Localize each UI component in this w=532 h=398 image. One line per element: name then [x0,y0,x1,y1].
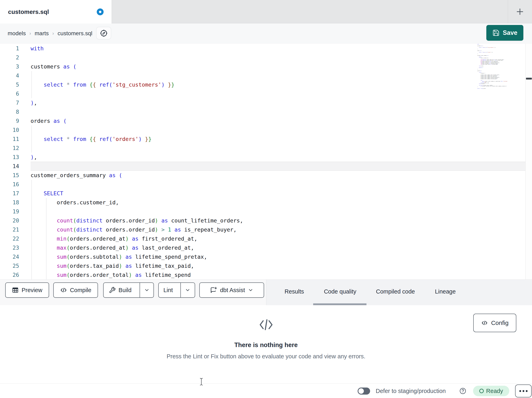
code-line-13[interactable]: 13), [0,153,525,162]
dbt-assist-button[interactable]: dbt Assist [199,282,264,298]
unsaved-changes-dot-icon [97,8,104,15]
empty-state-subtitle: Press the Lint or Fix button above to ev… [0,353,532,360]
table-icon [12,287,19,294]
lint-button-label: Lint [163,287,173,294]
code-line-17[interactable]: 17 SELECT [0,189,525,198]
help-icon[interactable] [459,387,466,395]
code-line-7[interactable]: 7), [0,98,525,107]
tab-lineage-label: Lineage [435,288,456,295]
line-number: 2 [0,53,19,62]
line-number: 8 [0,107,19,116]
code-line-10[interactable]: 10 [0,125,525,135]
defer-label: Defer to staging/production [376,384,446,398]
code-text [31,180,525,189]
code-line-3[interactable]: 3customers as ( [0,62,525,71]
code-icon [257,317,275,333]
line-number: 16 [0,180,19,189]
results-tab-bar: Results Code quality Compiled code Linea… [266,280,532,305]
status-badge-label: Ready [486,388,503,394]
code-text: orders as ( [31,116,525,125]
code-line-4[interactable]: 4 [0,71,525,80]
code-line-23[interactable]: 23 max(orders.ordered_at) as last_ordere… [0,243,525,252]
compile-button-label: Compile [70,287,91,294]
file-tab-customers-sql[interactable]: customers.sql [0,0,112,24]
compile-button[interactable]: Compile [53,282,98,298]
build-button[interactable]: Build [104,283,137,297]
action-toolbar: Preview Compile Build Lint [0,280,266,305]
code-line-2[interactable]: 2 [0,53,525,62]
scrollbar-thumb[interactable] [526,78,532,79]
empty-state: There is nothing here Press the Lint or … [0,305,532,360]
code-line-8[interactable]: 8 [0,107,525,116]
code-line-14[interactable]: 14 [0,162,525,171]
file-tab-title: customers.sql [8,8,97,15]
defer-toggle[interactable] [358,388,370,395]
code-line-9[interactable]: 9orders as ( [0,116,525,125]
code-line-18[interactable]: 18 orders.customer_id, [0,198,525,207]
line-number: 15 [0,171,19,180]
code-text: customer_orders_summary as ( [31,171,525,180]
line-number: 21 [0,225,19,234]
code-text: sum(orders.tax_paid) as lifetime_tax_pai… [31,261,525,270]
breadcrumb-separator: › [52,31,54,36]
code-text [31,53,525,62]
code-line-19[interactable]: 19 [0,207,525,216]
code-line-15[interactable]: 15customer_orders_summary as ( [0,171,525,180]
breadcrumb-separator: › [29,31,31,36]
editor[interactable]: 1with23customers as (45 select * from {{… [0,44,532,280]
tab-results[interactable]: Results [281,280,307,303]
code-text: with [31,44,525,53]
code-text: select * from {{ ref('stg_customers') }} [31,80,525,89]
line-number: 12 [0,144,19,153]
code-line-26[interactable]: 26 sum(orders.order_total) as lifetime_s… [0,270,525,280]
code-text [31,125,525,135]
floppy-icon [492,29,500,36]
tab-compiled-code-label: Compiled code [376,288,415,295]
new-tab-button[interactable] [515,7,525,17]
config-button[interactable]: Config [473,314,516,332]
build-button-label: Build [119,287,132,294]
line-number: 26 [0,270,19,280]
code-text [31,207,525,216]
build-split-button: Build [103,282,154,298]
breadcrumb-item-models[interactable]: models [8,30,26,37]
lint-button[interactable]: Lint [159,283,177,297]
tab-lineage[interactable]: Lineage [432,280,458,303]
chevron-down-icon [248,287,253,293]
build-dropdown-button[interactable] [139,283,153,297]
code-line-24[interactable]: 24 sum(orders.subtotal) as lifetime_spen… [0,252,525,261]
code-line-16[interactable]: 16 [0,180,525,189]
status-bar: Defer to staging/production Ready [0,384,532,398]
editor-scrollbar[interactable] [525,44,532,280]
ellipsis-icon [526,390,528,392]
code-quality-panel: There is nothing here Press the Lint or … [0,305,532,384]
tab-code-quality[interactable]: Code quality [316,280,364,303]
lint-dropdown-button[interactable] [180,283,195,297]
code-text: customers as ( [31,62,525,71]
line-number: 11 [0,135,19,144]
line-number: 14 [0,162,19,171]
minimap[interactable]: with customers as ( select * from {{ ref… [477,44,515,91]
code-line-5[interactable]: 5 select * from {{ ref('stg_customers') … [0,80,525,89]
config-button-label: Config [491,320,509,326]
preview-button[interactable]: Preview [5,282,49,298]
overflow-menu-button[interactable] [515,385,532,397]
indent-guide [31,125,32,153]
tab-compiled-code[interactable]: Compiled code [372,280,418,303]
empty-state-title: There is nothing here [0,341,532,349]
code-line-6[interactable]: 6 [0,89,525,98]
breadcrumb-item-marts[interactable]: marts [35,30,49,37]
line-number: 7 [0,98,19,107]
code-line-11[interactable]: 11 select * from {{ ref('orders') }} [0,135,525,144]
code-line-25[interactable]: 25 sum(orders.tax_paid) as lifetime_tax_… [0,261,525,270]
code-lines: 1with23customers as (45 select * from {{… [0,44,525,280]
save-button[interactable]: Save [486,25,523,41]
code-line-20[interactable]: 20 count(distinct orders.order_id) as co… [0,216,525,225]
code-line-12[interactable]: 12 [0,144,525,153]
locate-in-file-tree-button[interactable] [96,27,111,39]
code-line-21[interactable]: 21 count(distinct orders.order_id) > 1 a… [0,225,525,234]
code-line-1[interactable]: 1with [0,44,525,53]
ellipsis-icon [519,390,521,392]
code-line-22[interactable]: 22 min(orders.ordered_at) as first_order… [0,234,525,243]
status-badge: Ready [473,386,509,396]
